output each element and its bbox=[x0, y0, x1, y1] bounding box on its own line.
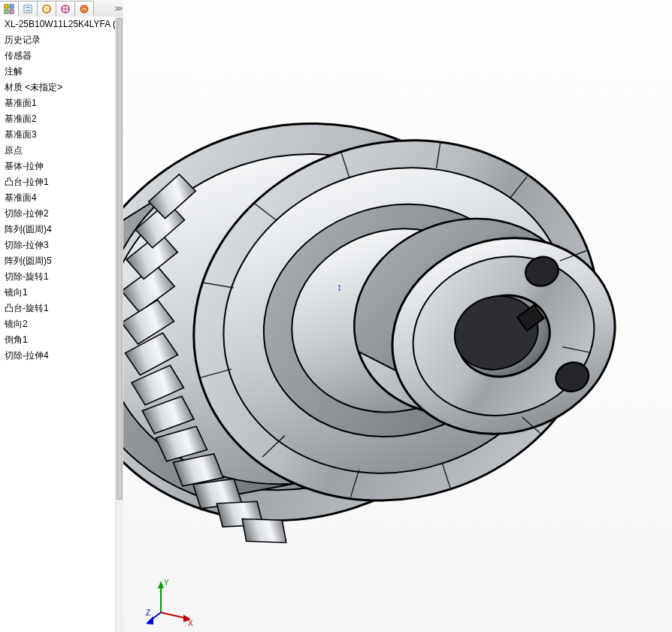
tree-item[interactable]: 基体-拉伸 bbox=[0, 159, 116, 174]
tree-item[interactable]: 注解 bbox=[0, 64, 116, 80]
tree-item[interactable]: 基准面4 bbox=[0, 190, 116, 206]
app-root: { "tabs": { "expand_glyph": ">>", "items… bbox=[0, 0, 672, 632]
svg-point-12 bbox=[80, 5, 88, 13]
feature-tree-tab[interactable] bbox=[0, 1, 19, 17]
dimxpert-icon bbox=[60, 4, 71, 14]
tree-item[interactable]: 镜向1 bbox=[0, 285, 116, 301]
tree-item[interactable]: 基准面3 bbox=[0, 127, 116, 143]
triad-z-label: Z bbox=[146, 609, 150, 617]
tree-item[interactable]: 历史记录 bbox=[0, 32, 116, 48]
svg-rect-3 bbox=[10, 10, 14, 14]
tree-item[interactable]: 镜向2 bbox=[0, 316, 116, 332]
tree-scrollbar[interactable] bbox=[115, 17, 123, 632]
property-icon bbox=[23, 4, 33, 14]
tree-item[interactable]: 切除-拉伸4 bbox=[0, 348, 116, 364]
svg-rect-0 bbox=[5, 5, 8, 8]
orientation-triad[interactable]: Y X Z bbox=[146, 575, 198, 627]
svg-marker-43 bbox=[146, 616, 153, 624]
tree-item[interactable]: 凸台-旋转1 bbox=[0, 301, 116, 316]
model-pulley bbox=[123, 0, 672, 632]
panel-expand-button[interactable]: >> bbox=[114, 4, 121, 13]
triad-y-label: Y bbox=[164, 579, 169, 587]
tree-scrollbar-thumb[interactable] bbox=[117, 18, 123, 500]
svg-rect-4 bbox=[24, 5, 32, 13]
tree-icon bbox=[4, 4, 14, 14]
tree-item[interactable]: 切除-拉伸3 bbox=[0, 237, 116, 253]
tree-item[interactable]: 凸台-拉伸1 bbox=[0, 174, 116, 190]
tree-item[interactable]: 阵列(圆周)4 bbox=[0, 222, 116, 237]
feature-tree-pane: XL-25B10W11L25K4LYFA (鼠 历史记录 传感器 注解 材质 <… bbox=[0, 17, 124, 632]
dimxpert-tab[interactable] bbox=[56, 1, 75, 17]
tree-item[interactable]: 基准面2 bbox=[0, 111, 116, 127]
feature-tree[interactable]: XL-25B10W11L25K4LYFA (鼠 历史记录 传感器 注解 材质 <… bbox=[0, 17, 116, 632]
tree-item[interactable]: 阵列(圆周)5 bbox=[0, 253, 116, 269]
svg-line-40 bbox=[161, 612, 187, 618]
svg-rect-6 bbox=[26, 10, 30, 11]
property-tab[interactable] bbox=[18, 1, 38, 17]
svg-marker-39 bbox=[158, 581, 164, 588]
config-tab[interactable] bbox=[37, 1, 56, 17]
tree-item[interactable]: 原点 bbox=[0, 143, 116, 159]
tree-item[interactable]: 倒角1 bbox=[0, 332, 116, 348]
render-icon bbox=[79, 4, 89, 14]
tree-item-root[interactable]: XL-25B10W11L25K4LYFA (鼠 bbox=[0, 17, 116, 32]
graphics-viewport[interactable]: ↕ Y X Z bbox=[123, 0, 672, 632]
triad-x-label: X bbox=[188, 619, 193, 627]
tree-item[interactable]: 材质 <未指定> bbox=[0, 80, 116, 95]
panel-tabstrip: >> bbox=[0, 0, 123, 17]
svg-rect-2 bbox=[5, 10, 8, 14]
tree-item[interactable]: 切除-旋转1 bbox=[0, 269, 116, 285]
config-icon bbox=[41, 4, 52, 14]
render-tab[interactable] bbox=[74, 1, 94, 17]
svg-rect-5 bbox=[26, 7, 30, 8]
tree-item[interactable]: 切除-拉伸2 bbox=[0, 206, 116, 222]
svg-point-8 bbox=[45, 8, 48, 11]
tree-item[interactable]: 传感器 bbox=[0, 48, 116, 64]
svg-rect-1 bbox=[10, 5, 14, 8]
tree-item[interactable]: 基准面1 bbox=[0, 95, 116, 111]
